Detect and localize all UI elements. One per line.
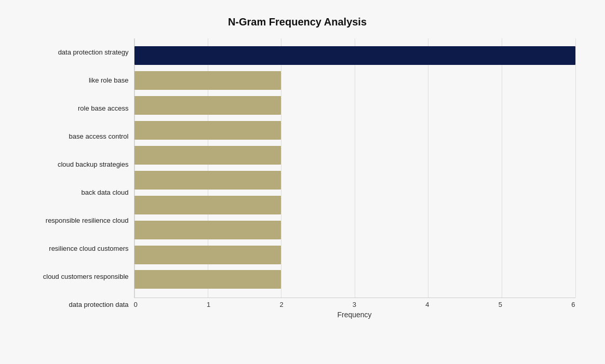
y-label: cloud customers responsible: [20, 273, 129, 281]
bar: [135, 96, 281, 115]
y-label: cloud backup strategies: [20, 160, 129, 169]
x-axis-labels: 0123456: [134, 298, 575, 308]
x-tick-label: 1: [207, 301, 210, 308]
x-tick-label: 2: [279, 301, 283, 308]
bar-row: [135, 94, 575, 117]
y-label: responsible resilience cloud: [20, 217, 129, 225]
x-axis-title: Frequency: [134, 311, 575, 319]
x-tick-label: 6: [571, 301, 575, 308]
bar-row: [135, 219, 575, 241]
x-tick-label: 4: [425, 301, 429, 308]
bar: [135, 246, 281, 264]
grid-line: [575, 38, 576, 298]
y-label: base access control: [20, 132, 129, 141]
x-tick-label: 0: [134, 301, 138, 308]
bar: [135, 171, 281, 190]
y-label: like role base: [20, 76, 129, 85]
bars-wrapper: [135, 38, 575, 298]
bar-row: [135, 69, 575, 92]
y-label: back data cloud: [20, 188, 129, 197]
bar: [135, 146, 281, 165]
bar: [135, 270, 281, 289]
bar: [135, 196, 281, 214]
bar-row: [135, 169, 575, 192]
y-label: resilience cloud customers: [20, 245, 129, 253]
x-tick-label: 3: [353, 301, 356, 308]
bar-row: [135, 194, 575, 217]
bar-row: [135, 244, 575, 266]
y-label: data protection data: [20, 301, 129, 309]
chart-area: data protection strategylike role basero…: [20, 38, 575, 319]
bar: [135, 121, 281, 140]
y-label: role base access: [20, 104, 129, 113]
chart-container: N-Gram Frequency Analysis data protectio…: [9, 6, 596, 359]
chart-title: N-Gram Frequency Analysis: [20, 16, 575, 28]
bar-row: [135, 44, 575, 67]
bar: [135, 46, 575, 65]
bars-and-grid: 0123456 Frequency: [134, 38, 575, 319]
bar-row: [135, 268, 575, 291]
y-axis-labels: data protection strategylike role basero…: [20, 38, 134, 319]
x-tick-label: 5: [499, 301, 502, 308]
bar-row: [135, 144, 575, 167]
grid-and-bars: [134, 38, 575, 298]
y-label: data protection strategy: [20, 48, 129, 57]
bar: [135, 71, 281, 90]
bar-row: [135, 119, 575, 142]
bar: [135, 221, 281, 239]
